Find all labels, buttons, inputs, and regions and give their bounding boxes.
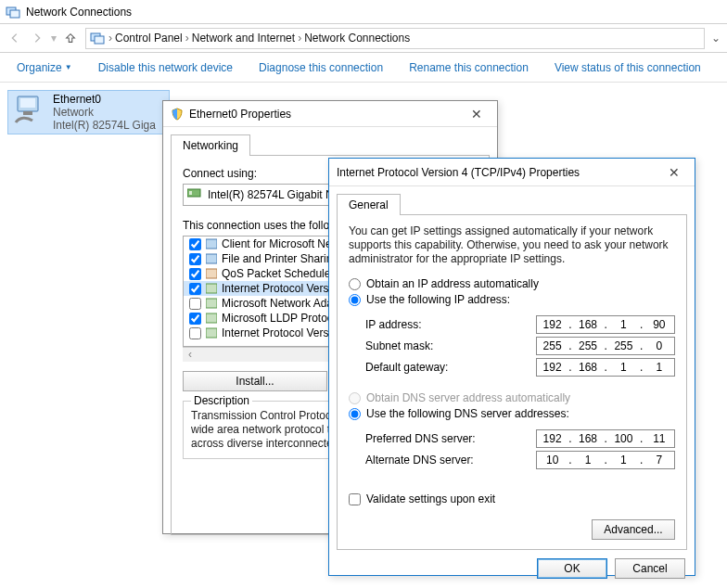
diagnose-button[interactable]: Diagnose this connection (246, 53, 396, 82)
cancel-button[interactable]: Cancel (615, 558, 685, 579)
svg-rect-9 (206, 239, 217, 249)
dialog-titlebar[interactable]: Ethernet0 Properties ✕ (163, 101, 497, 127)
radio-input[interactable] (349, 408, 361, 420)
svg-rect-12 (206, 284, 217, 293)
chevron-right-icon[interactable]: › (298, 32, 301, 45)
item-label: Microsoft LLDP Protoco (222, 312, 339, 325)
svg-rect-11 (206, 269, 217, 278)
address-dropdown-icon[interactable]: ⌄ (708, 32, 723, 45)
radio-obtain-ip-auto[interactable]: Obtain an IP address automatically (349, 277, 675, 290)
address-bar[interactable]: › Control Panel › Network and Internet ›… (85, 28, 705, 49)
nav-bar: ▾ › Control Panel › Network and Internet… (0, 24, 727, 53)
adapter-item[interactable]: Ethernet0 Network Intel(R) 82574L Giga (7, 90, 170, 134)
component-icon (205, 252, 218, 265)
breadcrumb-2[interactable]: Network and Internet (192, 32, 295, 45)
radio-label: Use the following IP address: (366, 293, 510, 306)
history-dropdown-icon[interactable]: ▾ (48, 32, 59, 45)
adapter-icon (12, 93, 49, 130)
chevron-right-icon[interactable]: › (108, 32, 112, 45)
connect-device-text: Intel(R) 82574L Gigabit Ne (208, 188, 339, 201)
svg-rect-6 (23, 111, 32, 115)
location-icon (90, 31, 105, 45)
field-alternate-dns: Alternate DNS server: 10.1.1.7 (365, 451, 675, 469)
general-panel: You can get IP settings assigned automat… (337, 214, 687, 550)
description-label: Description (191, 394, 252, 407)
close-button[interactable]: ✕ (661, 165, 687, 180)
item-checkbox[interactable] (189, 298, 201, 310)
radio-input[interactable] (349, 278, 361, 290)
preferred-dns-input[interactable]: 192.168.100.11 (536, 429, 675, 448)
close-button[interactable]: ✕ (464, 107, 490, 121)
svg-rect-5 (20, 98, 35, 108)
adapter-device: Intel(R) 82574L Giga (53, 119, 156, 132)
item-label: Internet Protocol Version (222, 282, 343, 295)
component-icon (205, 297, 218, 310)
dialog-title: Internet Protocol Version 4 (TCP/IPv4) P… (337, 166, 580, 179)
adapter-name: Ethernet0 (53, 93, 156, 106)
item-checkbox[interactable] (189, 313, 201, 325)
subnet-mask-input[interactable]: 255.255.255.0 (536, 337, 675, 355)
validate-label: Validate settings upon exit (366, 492, 495, 505)
radio-label: Obtain DNS server address automatically (366, 391, 570, 404)
item-label: Internet Protocol Version (222, 326, 343, 339)
field-label: Alternate DNS server: (365, 454, 536, 467)
breadcrumb-1[interactable]: Control Panel (115, 32, 183, 45)
tab-networking[interactable]: Networking (171, 134, 250, 156)
ip-address-input[interactable]: 192.168.1.90 (536, 315, 675, 334)
view-status-button[interactable]: View status of this connection (542, 53, 714, 82)
field-subnet-mask: Subnet mask: 255.255.255.0 (365, 337, 675, 355)
ok-button[interactable]: OK (537, 558, 607, 579)
adapter-info: Ethernet0 Network Intel(R) 82574L Giga (49, 93, 156, 132)
svg-rect-1 (10, 10, 19, 18)
forward-button[interactable] (26, 27, 48, 49)
info-text: You can get IP settings assigned automat… (349, 224, 675, 266)
item-checkbox[interactable] (189, 283, 201, 295)
advanced-button[interactable]: Advanced... (592, 519, 675, 540)
component-icon (205, 237, 218, 250)
organize-menu[interactable]: Organize▼ (4, 53, 85, 82)
svg-rect-10 (206, 254, 217, 263)
rename-button[interactable]: Rename this connection (396, 53, 542, 82)
component-icon (205, 267, 218, 280)
default-gateway-input[interactable]: 192.168.1.1 (536, 358, 675, 377)
alternate-dns-input[interactable]: 10.1.1.7 (536, 451, 675, 469)
nic-icon (187, 187, 202, 202)
install-button[interactable]: Install... (183, 371, 327, 391)
field-label: IP address: (365, 318, 536, 331)
radio-use-ip[interactable]: Use the following IP address: (349, 293, 675, 306)
scroll-left-icon[interactable]: ‹ (183, 348, 198, 362)
radio-label: Use the following DNS server addresses: (366, 407, 569, 420)
tab-general[interactable]: General (337, 194, 401, 215)
item-checkbox[interactable] (189, 327, 201, 339)
validate-checkbox-row[interactable]: Validate settings upon exit (349, 492, 675, 505)
ipv4-properties-dialog: Internet Protocol Version 4 (TCP/IPv4) P… (328, 158, 695, 576)
svg-rect-3 (95, 36, 104, 44)
breadcrumb-3[interactable]: Network Connections (304, 32, 410, 45)
adapter-status: Network (53, 106, 156, 119)
dialog-titlebar[interactable]: Internet Protocol Version 4 (TCP/IPv4) P… (329, 159, 695, 186)
svg-rect-13 (206, 299, 217, 308)
up-button[interactable] (59, 27, 82, 49)
radio-use-dns[interactable]: Use the following DNS server addresses: (349, 407, 675, 420)
field-label: Subnet mask: (365, 339, 536, 352)
item-checkbox[interactable] (189, 238, 201, 250)
radio-input[interactable] (349, 294, 361, 306)
item-checkbox[interactable] (189, 268, 201, 280)
field-preferred-dns: Preferred DNS server: 192.168.100.11 (365, 429, 675, 448)
window-title: Network Connections (26, 6, 132, 19)
svg-rect-14 (206, 313, 217, 323)
validate-checkbox[interactable] (349, 493, 361, 505)
chevron-right-icon[interactable]: › (185, 32, 189, 45)
field-ip-address: IP address: 192.168.1.90 (365, 315, 675, 334)
radio-label: Obtain an IP address automatically (366, 277, 539, 290)
field-label: Preferred DNS server: (365, 432, 536, 445)
back-button[interactable] (4, 27, 26, 49)
item-checkbox[interactable] (189, 253, 201, 265)
window-titlebar: Network Connections (0, 0, 727, 24)
organize-label: Organize (17, 61, 62, 74)
component-icon (205, 312, 218, 325)
item-label: Microsoft Network Adap (222, 297, 339, 310)
component-icon (205, 282, 218, 295)
dialog-title: Ethernet0 Properties (189, 108, 291, 121)
disable-device-button[interactable]: Disable this network device (85, 53, 246, 82)
